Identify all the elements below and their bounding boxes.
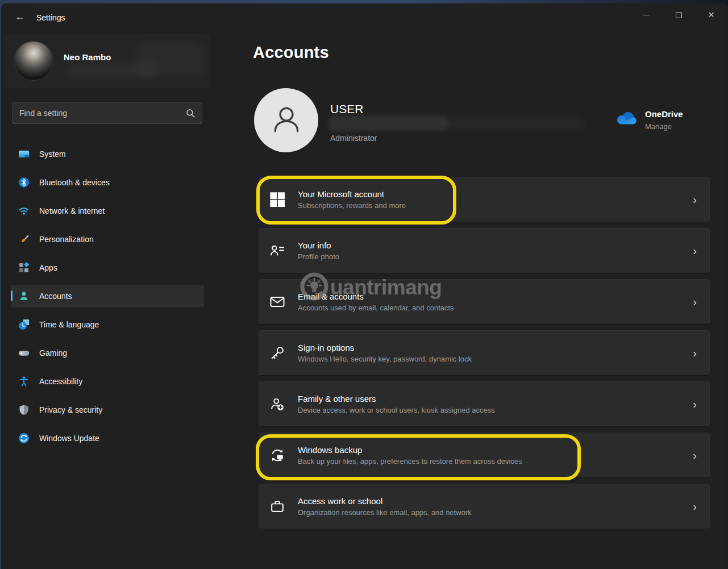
sidebar-item-label: Time & language	[39, 320, 99, 329]
card-title: Email & accounts	[298, 292, 454, 301]
chevron-right-icon: ›	[693, 449, 697, 462]
search-icon[interactable]	[186, 109, 195, 121]
sidebar-item-label: Network & internet	[39, 206, 105, 215]
system-icon	[18, 148, 30, 160]
bluetooth-icon	[18, 177, 30, 188]
redaction-smudge	[135, 42, 203, 76]
person-outline-icon	[267, 99, 306, 142]
sidebar-item-privacy-security[interactable]: Privacy & security	[11, 398, 204, 421]
shield-icon	[18, 404, 30, 416]
back-button[interactable]: ←	[10, 9, 30, 24]
card-title: Access work or school	[298, 496, 472, 506]
settings-window: ← Settings ✕ Neo Rambo System	[1, 3, 727, 569]
sidebar-item-label: Personalization	[39, 235, 94, 244]
sidebar-item-windows-update[interactable]: Windows Update	[11, 427, 204, 450]
sidebar-item-label: Accessibility	[39, 377, 82, 386]
sidebar-nav: System Bluetooth & devices Network & int…	[11, 143, 204, 455]
maximize-button[interactable]	[663, 3, 695, 26]
card-title: Family & other users	[298, 394, 495, 404]
window-controls: ✕	[630, 3, 727, 26]
sidebar-item-apps[interactable]: Apps	[11, 256, 204, 279]
card-subtitle: Windows Hello, security key, password, d…	[298, 355, 472, 363]
card-subtitle: Subscriptions, rewards and more	[298, 201, 406, 210]
minimize-button[interactable]	[630, 3, 663, 26]
chevron-right-icon: ›	[693, 500, 697, 513]
avatar	[14, 41, 53, 80]
sidebar-item-gaming[interactable]: Gaming	[11, 342, 204, 364]
gamepad-icon	[18, 347, 30, 359]
update-icon	[18, 433, 30, 444]
close-icon: ✕	[708, 11, 715, 19]
card-family-other-users[interactable]: Family & other users Device access, work…	[259, 381, 710, 427]
search-box	[12, 102, 202, 123]
sidebar-item-label: System	[39, 149, 66, 159]
sidebar-item-label: Windows Update	[39, 434, 99, 443]
sidebar-item-time-language[interactable]: Time & language	[11, 313, 204, 336]
sidebar-item-personalization[interactable]: Personalization	[11, 228, 204, 251]
briefcase-icon	[268, 497, 287, 516]
app-title: Settings	[36, 13, 65, 22]
minimize-icon	[643, 15, 650, 15]
wifi-icon	[18, 205, 30, 217]
sidebar-user-card[interactable]: Neo Rambo	[5, 34, 210, 88]
redacted-email	[329, 115, 447, 131]
card-email-accounts[interactable]: Email & accounts Accounts used by email,…	[259, 279, 710, 325]
card-subtitle: Profile photo	[298, 252, 339, 261]
back-arrow-icon: ←	[15, 11, 25, 23]
account-avatar	[254, 88, 318, 152]
maximize-icon	[676, 12, 682, 18]
account-role: Administrator	[330, 134, 377, 143]
settings-card-list: Your Microsoft account Subscriptions, re…	[259, 177, 710, 535]
onedrive-manage-link[interactable]: Manage	[645, 122, 683, 131]
user-name: Neo Rambo	[64, 52, 111, 62]
chevron-right-icon: ›	[693, 193, 697, 206]
sidebar-item-label: Privacy & security	[39, 405, 102, 414]
chevron-right-icon: ›	[693, 398, 697, 411]
sidebar-item-network-internet[interactable]: Network & internet	[11, 200, 204, 222]
card-subtitle: Device access, work or school users, kio…	[298, 406, 495, 414]
onedrive-cloud-icon	[617, 111, 637, 131]
card-title: Windows backup	[298, 445, 522, 455]
card-title: Your info	[298, 240, 339, 250]
sidebar-item-system[interactable]: System	[11, 143, 204, 165]
card-windows-backup[interactable]: Windows backup Back up your files, apps,…	[259, 433, 710, 478]
card-your-info[interactable]: Your info Profile photo ›	[259, 228, 710, 273]
onedrive-block: OneDrive Manage	[617, 109, 683, 131]
card-title: Sign-in options	[298, 343, 472, 352]
key-icon	[268, 343, 287, 363]
sidebar-item-label: Accounts	[39, 292, 72, 301]
onedrive-title: OneDrive	[645, 109, 683, 119]
sidebar-item-accounts[interactable]: Accounts	[11, 285, 204, 308]
person-icon	[18, 290, 30, 302]
accessibility-icon	[18, 376, 30, 387]
page-title: Accounts	[253, 43, 329, 62]
card-subtitle: Organization resources like email, apps,…	[298, 508, 472, 517]
sidebar-item-label: Apps	[39, 263, 57, 272]
card-your-microsoft-account[interactable]: Your Microsoft account Subscriptions, re…	[259, 177, 710, 222]
title-bar: ← Settings ✕	[1, 3, 727, 27]
card-subtitle: Back up your files, apps, preferences to…	[298, 457, 522, 466]
envelope-icon	[268, 292, 287, 312]
chevron-right-icon: ›	[693, 244, 697, 257]
sidebar-item-label: Gaming	[39, 348, 67, 358]
contact-card-icon	[268, 241, 287, 260]
chevron-right-icon: ›	[693, 296, 697, 309]
clock-globe-icon	[18, 319, 30, 330]
apps-icon	[18, 262, 30, 273]
card-sign-in-options[interactable]: Sign-in options Windows Hello, security …	[259, 330, 710, 376]
account-name: USER	[330, 102, 363, 116]
sidebar-item-bluetooth-devices[interactable]: Bluetooth & devices	[11, 171, 204, 194]
sidebar-item-accessibility[interactable]: Accessibility	[11, 370, 204, 393]
card-subtitle: Accounts used by email, calendar, and co…	[298, 304, 454, 312]
sidebar-item-label: Bluetooth & devices	[39, 178, 110, 187]
sync-device-icon	[268, 446, 287, 465]
paintbrush-icon	[18, 234, 30, 245]
card-title: Your Microsoft account	[298, 189, 406, 199]
chevron-right-icon: ›	[693, 347, 697, 360]
add-person-icon	[268, 394, 287, 414]
card-access-work-school[interactable]: Access work or school Organization resou…	[259, 484, 710, 529]
microsoft-logo-icon	[268, 190, 287, 209]
search-input[interactable]	[13, 103, 202, 123]
close-button[interactable]: ✕	[695, 3, 727, 26]
